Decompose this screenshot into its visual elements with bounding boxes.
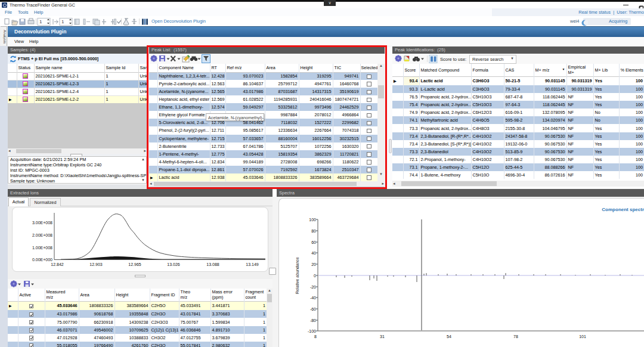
svg-text:13.149: 13.149 <box>246 262 259 267</box>
svg-text:100: 100 <box>309 218 316 222</box>
svg-text:12.965: 12.965 <box>128 262 141 267</box>
svg-text:1.00E+008: 1.00E+008 <box>32 246 52 250</box>
svg-text:60: 60 <box>311 240 316 244</box>
svg-text:0: 0 <box>314 274 316 278</box>
svg-text:13.088: 13.088 <box>206 262 219 267</box>
svg-text:Relative abundance: Relative abundance <box>295 257 299 294</box>
svg-text:12.842: 12.842 <box>51 262 64 267</box>
svg-text:-100: -100 <box>308 329 316 333</box>
svg-text:-80: -80 <box>310 318 316 323</box>
svg-text:54: 54 <box>447 334 451 339</box>
svg-text:78: 78 <box>513 334 518 339</box>
svg-text:0.00E+000: 0.00E+000 <box>32 258 52 262</box>
svg-text:101: 101 <box>579 334 586 339</box>
svg-text:13.026: 13.026 <box>167 262 180 267</box>
svg-text:40: 40 <box>311 251 316 255</box>
svg-text:-40: -40 <box>310 296 316 300</box>
svg-text:-60: -60 <box>310 307 316 311</box>
svg-text:8: 8 <box>314 334 317 339</box>
svg-text:1: 1 <box>39 19 42 24</box>
svg-text:-20: -20 <box>310 285 316 289</box>
svg-text:20: 20 <box>311 262 316 267</box>
svg-text:2.00E+008: 2.00E+008 <box>32 233 52 237</box>
svg-text:80: 80 <box>311 229 316 233</box>
svg-text:12.903: 12.903 <box>89 262 103 267</box>
svg-text:31: 31 <box>380 334 385 339</box>
svg-text:1: 1 <box>61 19 64 24</box>
svg-text:3.00E+008: 3.00E+008 <box>32 221 52 225</box>
